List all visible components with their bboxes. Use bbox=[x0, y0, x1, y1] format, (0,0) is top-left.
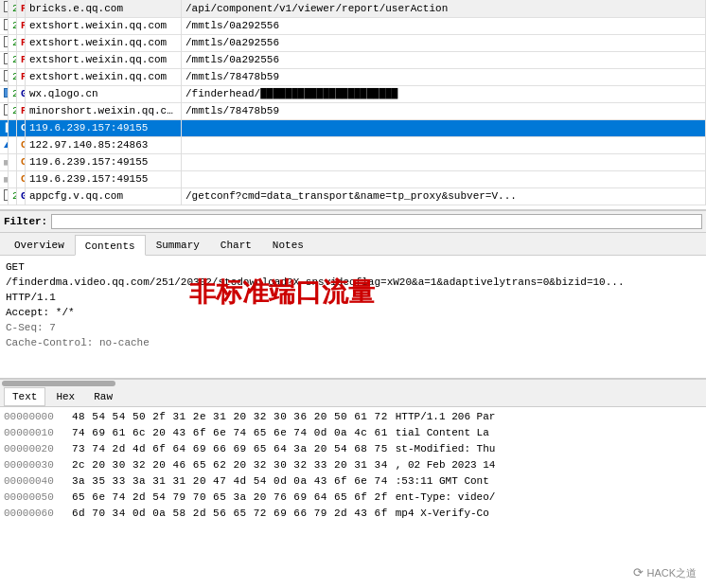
tab-contents[interactable]: Contents bbox=[75, 235, 146, 256]
network-table-container: 200 POST bricks.e.qq.com /api/component/… bbox=[0, 0, 706, 210]
row-status bbox=[9, 119, 17, 136]
row-method: CONNECT bbox=[17, 170, 26, 187]
hex-row: 00000060 6d 70 34 0d 0a 58 2d 56 65 72 6… bbox=[4, 506, 702, 522]
row-host: wx.qlogo.cn bbox=[26, 85, 182, 102]
content-scrollbar[interactable] bbox=[0, 379, 706, 386]
content-line: Cache-Control: no-cache bbox=[6, 335, 700, 350]
chinese-watermark-text: 非标准端口流量 bbox=[189, 275, 375, 311]
row-method: POST bbox=[17, 17, 26, 34]
hex-row: 00000040 3a 35 33 3a 31 31 20 47 4d 54 0… bbox=[4, 473, 702, 490]
table-row[interactable]: 200 POST extshort.weixin.qq.com /mmtls/0… bbox=[0, 17, 706, 34]
hex-row: 00000000 48 54 54 50 2f 31 2e 31 20 32 3… bbox=[4, 409, 702, 425]
hex-row: 00000020 73 74 2d 4d 6f 64 69 66 69 65 6… bbox=[4, 441, 702, 457]
tab-bar: OverviewContentsSummaryChartNotes bbox=[0, 233, 706, 256]
row-icon bbox=[0, 34, 9, 51]
row-path: /getconf?cmd=data_transport&name=tp_prox… bbox=[182, 187, 706, 205]
filter-label: Filter: bbox=[4, 216, 47, 227]
hex-ascii: HTTP/1.1 206 Par bbox=[396, 409, 496, 425]
tab-notes[interactable]: Notes bbox=[262, 234, 314, 255]
hex-ascii: , 02 Feb 2023 14 bbox=[396, 457, 496, 473]
row-status: 200 bbox=[9, 187, 17, 205]
table-row[interactable]: 200 POST bricks.e.qq.com /api/component/… bbox=[0, 0, 706, 17]
row-icon bbox=[0, 51, 9, 68]
row-path: /mmtls/78478b59 bbox=[182, 102, 706, 119]
row-icon bbox=[0, 68, 9, 85]
row-status: 200 bbox=[9, 68, 17, 85]
hex-ascii: st-Modified: Thu bbox=[396, 441, 496, 457]
row-host: 119.6.239.157:49155 bbox=[26, 170, 182, 187]
row-status: 200 bbox=[9, 17, 17, 34]
hex-tab-hex[interactable]: Hex bbox=[47, 387, 83, 406]
row-host: extshort.weixin.qq.com bbox=[26, 34, 182, 51]
row-status: 200 bbox=[9, 34, 17, 51]
hex-bytes: 6d 70 34 0d 0a 58 2d 56 65 72 69 66 79 2… bbox=[72, 506, 388, 522]
row-host: appcfg.v.qq.com bbox=[26, 187, 182, 205]
hex-bytes: 2c 20 30 32 20 46 65 62 20 32 30 32 33 2… bbox=[72, 457, 388, 473]
row-host: minorshort.weixin.qq.com bbox=[26, 102, 182, 119]
content-panel: GET/finderdma.video.qq.com/251/20302/sto… bbox=[0, 256, 706, 379]
hex-offset: 00000060 bbox=[4, 506, 64, 522]
row-path: /api/component/v1/viewer/report/userActi… bbox=[182, 0, 706, 17]
content-line: GET bbox=[6, 259, 700, 275]
row-method: GET bbox=[17, 85, 26, 102]
row-status: 200 bbox=[9, 51, 17, 68]
table-row[interactable]: 📄 CONNECT 119.6.239.157:49155 bbox=[0, 119, 706, 136]
tab-summary[interactable]: Summary bbox=[146, 234, 210, 255]
row-path: /mmtls/0a292556 bbox=[182, 51, 706, 68]
hex-row: 00000050 65 6e 74 2d 54 79 70 65 3a 20 7… bbox=[4, 490, 702, 506]
row-path: /mmtls/78478b59 bbox=[182, 68, 706, 85]
row-icon bbox=[0, 187, 9, 205]
filter-bar: Filter: bbox=[0, 210, 706, 233]
row-status: 200 bbox=[9, 0, 17, 17]
hex-bytes: 73 74 2d 4d 6f 64 69 66 69 65 64 3a 20 5… bbox=[72, 441, 388, 457]
row-path bbox=[182, 170, 706, 187]
bottom-watermark: ⟳ HACK之道 bbox=[633, 565, 697, 580]
hex-tab-raw[interactable]: Raw bbox=[85, 387, 121, 406]
hex-bytes: 3a 35 33 3a 31 31 20 47 4d 54 0d 0a 43 6… bbox=[72, 473, 388, 490]
watermark-icon: ⟳ bbox=[633, 565, 644, 579]
row-host: 122.97.140.85:24863 bbox=[26, 136, 182, 153]
table-row[interactable]: 200 POST extshort.weixin.qq.com /mmtls/7… bbox=[0, 68, 706, 85]
hex-panel: 00000000 48 54 54 50 2f 31 2e 31 20 32 3… bbox=[0, 407, 706, 559]
row-icon: ▦ bbox=[0, 153, 9, 170]
hex-offset: 00000040 bbox=[4, 473, 64, 490]
table-row[interactable]: 200 GET appcfg.v.qq.com /getconf?cmd=dat… bbox=[0, 187, 706, 205]
hex-offset: 00000050 bbox=[4, 490, 64, 506]
hex-row: 00000030 2c 20 30 32 20 46 65 62 20 32 3… bbox=[4, 457, 702, 473]
filter-input[interactable] bbox=[51, 214, 702, 229]
tab-chart[interactable]: Chart bbox=[210, 234, 262, 255]
row-icon bbox=[0, 0, 9, 17]
table-row[interactable]: 200 POST extshort.weixin.qq.com /mmtls/0… bbox=[0, 51, 706, 68]
row-host: extshort.weixin.qq.com bbox=[26, 68, 182, 85]
hex-tab-bar: TextHexRaw bbox=[0, 386, 706, 407]
row-path bbox=[182, 136, 706, 153]
hex-bytes: 48 54 54 50 2f 31 2e 31 20 32 30 36 20 5… bbox=[72, 409, 388, 425]
hex-offset: 00000010 bbox=[4, 425, 64, 441]
table-row[interactable]: 200 POST extshort.weixin.qq.com /mmtls/0… bbox=[0, 34, 706, 51]
table-row[interactable]: 200 POST minorshort.weixin.qq.com /mmtls… bbox=[0, 102, 706, 119]
hex-offset: 00000020 bbox=[4, 441, 64, 457]
hex-tab-text[interactable]: Text bbox=[4, 387, 45, 406]
row-method: GET bbox=[17, 187, 26, 205]
row-status bbox=[9, 170, 17, 187]
table-row[interactable]: 200 GET wx.qlogo.cn /finderhead/████████… bbox=[0, 85, 706, 102]
scrollbar-thumb[interactable] bbox=[2, 381, 115, 386]
table-row[interactable]: ▦ CONNECT 119.6.239.157:49155 bbox=[0, 170, 706, 187]
row-method: POST bbox=[17, 68, 26, 85]
hex-ascii: tial Content La bbox=[396, 425, 489, 441]
watermark-text: HACK之道 bbox=[646, 567, 697, 579]
table-row[interactable]: CONNECT 122.97.140.85:24863 bbox=[0, 136, 706, 153]
row-icon bbox=[0, 85, 9, 102]
hex-bytes: 65 6e 74 2d 54 79 70 65 3a 20 76 69 64 6… bbox=[72, 490, 388, 506]
row-icon bbox=[0, 17, 9, 34]
row-host: 119.6.239.157:49155 bbox=[26, 153, 182, 170]
row-path: /finderhead/██████████████████████ bbox=[182, 85, 706, 102]
tab-overview[interactable]: Overview bbox=[4, 234, 75, 255]
row-method: POST bbox=[17, 51, 26, 68]
row-status bbox=[9, 153, 17, 170]
row-status: 200 bbox=[9, 85, 17, 102]
row-path bbox=[182, 153, 706, 170]
row-method: POST bbox=[17, 34, 26, 51]
table-row[interactable]: ▦ CONNECT 119.6.239.157:49155 bbox=[0, 153, 706, 170]
hex-row: 00000010 74 69 61 6c 20 43 6f 6e 74 65 6… bbox=[4, 425, 702, 441]
